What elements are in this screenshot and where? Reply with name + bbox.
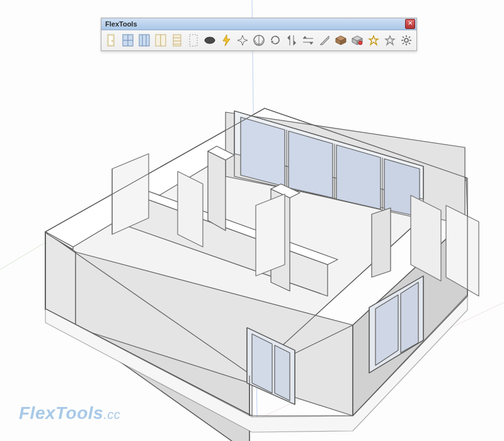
svg-line-96 bbox=[409, 37, 410, 38]
svg-marker-41 bbox=[252, 334, 272, 393]
svg-marker-75 bbox=[309, 42, 313, 45]
sparkle-refresh-icon[interactable] bbox=[235, 32, 250, 49]
svg-marker-65 bbox=[223, 35, 230, 46]
flex-garage-door-icon[interactable] bbox=[169, 32, 185, 49]
flip-vertical-icon[interactable] bbox=[284, 32, 299, 49]
svg-marker-86 bbox=[369, 36, 378, 45]
svg-point-88 bbox=[404, 38, 408, 42]
svg-marker-45 bbox=[401, 282, 418, 353]
flex-opening-icon[interactable] bbox=[186, 32, 201, 49]
watermark: FlexTools.cc bbox=[19, 403, 120, 423]
toolbar-title: FlexTools bbox=[105, 20, 137, 28]
component-finder-icon[interactable] bbox=[333, 32, 348, 49]
flip-horizontal-icon[interactable] bbox=[301, 32, 316, 49]
svg-rect-54 bbox=[139, 35, 149, 46]
svg-point-85 bbox=[358, 41, 362, 45]
svg-line-93 bbox=[403, 37, 404, 38]
toolbar-buttons-row bbox=[101, 30, 416, 50]
flex-sliding-window-icon[interactable] bbox=[137, 32, 152, 49]
viewport-canvas[interactable] bbox=[0, 0, 504, 441]
toolbar-titlebar[interactable]: FlexTools ✕ bbox=[101, 18, 416, 30]
svg-marker-74 bbox=[303, 36, 307, 38]
svg-marker-19 bbox=[241, 117, 285, 186]
flex-window-icon[interactable] bbox=[120, 32, 135, 49]
watermark-suffix: .cc bbox=[103, 408, 120, 421]
wall-cutter-icon[interactable] bbox=[251, 32, 266, 49]
reload-icon[interactable] bbox=[268, 32, 283, 49]
svg-marker-78 bbox=[320, 36, 329, 45]
svg-rect-63 bbox=[190, 35, 197, 46]
local-library-icon[interactable] bbox=[350, 32, 365, 49]
svg-marker-70 bbox=[287, 35, 290, 40]
scale-definition-icon[interactable] bbox=[366, 32, 381, 49]
favorite-icon[interactable] bbox=[382, 32, 398, 49]
flex-double-door-icon[interactable] bbox=[153, 32, 168, 49]
svg-line-94 bbox=[409, 43, 410, 44]
flex-door-icon[interactable] bbox=[104, 32, 119, 49]
hide-reveal-icon[interactable] bbox=[317, 32, 332, 49]
svg-marker-66 bbox=[238, 35, 248, 45]
svg-marker-71 bbox=[294, 40, 296, 45]
settings-icon[interactable] bbox=[399, 32, 414, 49]
svg-marker-29 bbox=[208, 151, 226, 231]
watermark-brand: FlexTools bbox=[19, 403, 103, 423]
zap-convert-icon[interactable] bbox=[219, 32, 234, 49]
svg-marker-87 bbox=[386, 36, 394, 45]
svg-point-50 bbox=[112, 40, 113, 42]
svg-marker-33 bbox=[372, 208, 391, 277]
svg-marker-42 bbox=[275, 345, 290, 401]
building-model bbox=[45, 108, 479, 441]
svg-line-95 bbox=[403, 43, 404, 44]
close-icon[interactable]: ✕ bbox=[405, 19, 415, 29]
flextools-toolbar-window[interactable]: FlexTools ✕ bbox=[101, 18, 417, 51]
svg-rect-58 bbox=[161, 35, 166, 46]
svg-marker-37 bbox=[256, 194, 285, 276]
svg-point-64 bbox=[205, 37, 215, 43]
svg-marker-36 bbox=[178, 171, 203, 247]
svg-rect-57 bbox=[156, 35, 161, 46]
flex-custom-icon[interactable] bbox=[202, 32, 217, 49]
